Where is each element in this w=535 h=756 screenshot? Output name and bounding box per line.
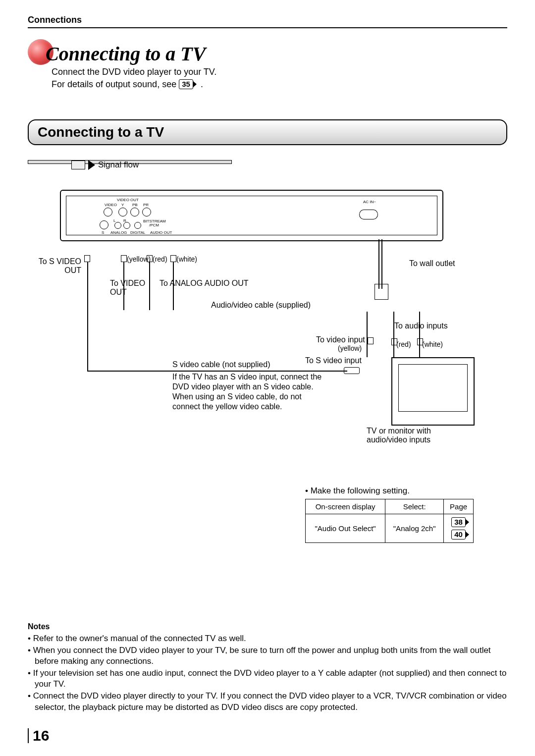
label-s: S <box>102 230 104 235</box>
wire-audio-in-r <box>419 312 420 357</box>
dvd-logo-icon <box>359 210 378 219</box>
label-video-out: VIDEO OUT <box>113 198 143 202</box>
tv-video-plug-icon <box>368 337 374 344</box>
tv-screen-icon <box>398 364 468 412</box>
intro-line2-suffix: . <box>201 79 203 89</box>
jack-pr <box>142 208 151 216</box>
label-bitstream: BITSTREAM /PCM <box>143 219 165 227</box>
col-select: Select: <box>385 499 444 514</box>
jack-video <box>104 208 112 216</box>
label-yellow-tv: (yellow) <box>338 344 362 352</box>
jack-s-video <box>100 220 108 229</box>
label-pr: PR <box>143 203 149 207</box>
col-page: Page <box>444 499 474 514</box>
section-label: Connections <box>28 15 507 25</box>
s-video-cable-v <box>87 262 88 371</box>
label-to-wall-outlet: To wall outlet <box>409 259 455 268</box>
label-r: R <box>123 218 126 223</box>
dvd-player-rear-panel: VIDEO OUT VIDEO Y PB PR S L R ANALOG DIG… <box>60 190 443 241</box>
label-white-top: (white) <box>176 255 197 263</box>
label-audio-out: AUDIO OUT <box>150 230 172 235</box>
wire-audio-r <box>173 262 174 310</box>
list-item: When you connect the DVD video player to… <box>28 645 507 667</box>
label-y: Y <box>121 203 124 207</box>
list-item: Refer to the owner's manual of the conne… <box>28 633 507 644</box>
cell-select: "Analog 2ch" <box>385 514 444 543</box>
page-ref-icon: 40 <box>451 530 466 540</box>
label-to-video-out: To VIDEO OUT <box>110 279 150 297</box>
label-s-video-out: To S VIDEO OUT <box>37 257 81 275</box>
label-to-s-video-input: To S video input <box>305 356 362 365</box>
label-pb: PB <box>132 203 138 207</box>
wire-video-in <box>367 312 368 357</box>
label-av-cable: Audio/video cable (supplied) <box>211 301 311 310</box>
intro-text: Connect the DVD video player to your TV.… <box>28 67 507 90</box>
jack-pb <box>130 208 139 216</box>
label-l: L <box>113 218 115 223</box>
video-plug-icon <box>121 255 127 262</box>
intro-line1: Connect the DVD video player to your TV. <box>52 67 507 77</box>
label-white-tv: (white) <box>422 340 443 348</box>
legend-box-icon <box>71 161 85 169</box>
page-number: 16 <box>28 728 49 743</box>
signal-flow-legend: Signal flow <box>71 160 139 170</box>
settings-block: • Make the following setting. On-screen … <box>305 486 474 543</box>
jack-analog-r <box>123 222 130 229</box>
s-video-plug-icon <box>84 255 90 262</box>
s-video-connector-icon <box>344 367 360 374</box>
tv-caption: TV or monitor with audio/video inputs <box>367 427 461 444</box>
label-to-audio-inputs: To audio inputs <box>394 322 448 330</box>
label-s-video-cable: S video cable (not supplied) <box>172 360 270 369</box>
settings-lead: • Make the following setting. <box>305 486 474 496</box>
label-to-video-input: To video input <box>316 335 365 344</box>
audio-r-plug-icon <box>170 255 176 262</box>
s-video-note: If the TV has an S video input, connect … <box>172 372 331 412</box>
subheading: Connecting to a TV <box>28 119 507 145</box>
jack-digital <box>134 222 141 229</box>
label-red-tv: (red) <box>396 340 411 348</box>
col-osd: On-screen display <box>306 499 385 514</box>
page-ref-icon: 35 <box>179 79 193 89</box>
s-video-cable-h <box>87 371 347 372</box>
notes-block: Notes Refer to the owner's manual of the… <box>28 622 507 713</box>
page-ref-icon: 38 <box>451 517 466 527</box>
label-analog: ANALOG <box>110 230 127 235</box>
tv-icon <box>391 357 475 426</box>
power-cord <box>378 239 379 289</box>
table-row: "Audio Out Select" "Analog 2ch" 38 40 <box>306 514 474 543</box>
wire-video <box>123 262 124 310</box>
label-ac-in: AC IN~ <box>363 200 376 204</box>
cell-page: 38 40 <box>444 514 474 543</box>
wire-audio-l <box>149 262 150 310</box>
notes-title: Notes <box>28 622 507 631</box>
jack-y <box>118 208 127 216</box>
notes-list: Refer to the owner's manual of the conne… <box>28 633 507 713</box>
section-underline <box>28 27 507 28</box>
label-digital: DIGITAL <box>130 230 146 235</box>
list-item: If your television set has one audio inp… <box>28 668 507 690</box>
label-video: VIDEO <box>105 203 117 207</box>
jack-analog-l <box>114 222 121 229</box>
label-red-top: (red) <box>153 255 167 263</box>
signal-flow-label: Signal flow <box>98 160 139 170</box>
power-plug-icon <box>374 284 388 300</box>
connection-diagram: Signal flow VIDEO OUT VIDEO Y PB PR S L … <box>28 160 507 477</box>
power-cord-2 <box>381 239 382 289</box>
wire-audio-in-l <box>393 312 394 357</box>
cell-osd: "Audio Out Select" <box>306 514 385 543</box>
list-item: Connect the DVD video player directly to… <box>28 691 507 712</box>
main-title: Connecting to a TV <box>46 44 206 64</box>
arrow-right-icon <box>88 160 95 170</box>
label-yellow-top: (yellow) <box>127 255 151 263</box>
intro-line2: For details of output sound, see 35 . <box>52 79 507 90</box>
intro-line2-prefix: For details of output sound, see <box>52 79 179 89</box>
settings-table: On-screen display Select: Page "Audio Ou… <box>305 499 474 543</box>
